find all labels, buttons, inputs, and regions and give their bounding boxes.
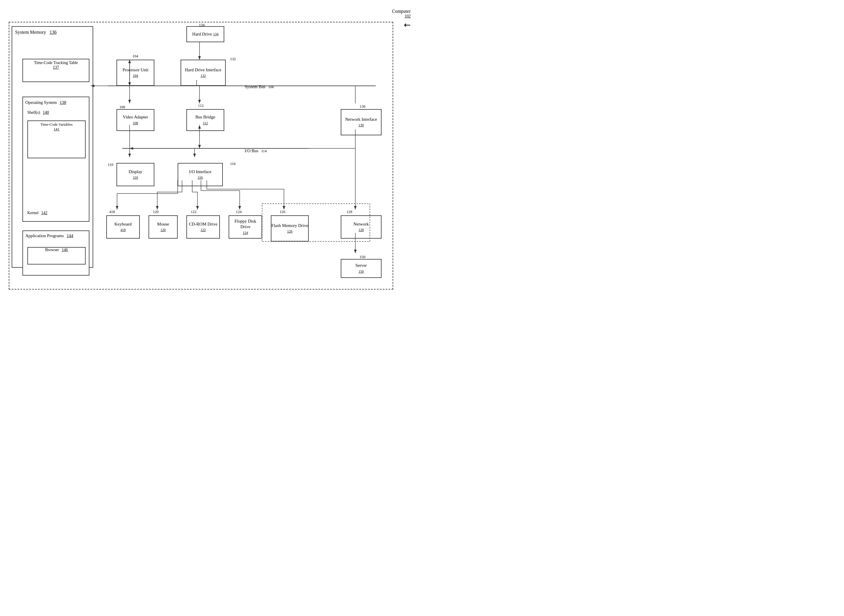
hard-drive-ref: 134 bbox=[199, 23, 205, 27]
computer-text: Computer bbox=[392, 9, 411, 14]
time-code-variables-box: Time-Code Variables 141 bbox=[27, 120, 85, 158]
computer-ref: 102 bbox=[392, 14, 411, 19]
hdi-ref-label: 132 bbox=[230, 57, 236, 62]
system-bus-label: System Bus 106 bbox=[245, 84, 274, 89]
hard-drive-box: Hard Drive 134 bbox=[187, 26, 224, 42]
app-programs-box: Application Programs 144 Browser 146 bbox=[22, 230, 90, 276]
network-ref-label: 128 bbox=[347, 210, 352, 214]
cdrom-box: CD-ROM Drive 122 bbox=[187, 215, 220, 239]
mouse-box: Mouse 120 bbox=[149, 215, 178, 239]
flash-ref-label: 126 bbox=[279, 210, 285, 214]
kernel-label: Kernel 142 bbox=[27, 211, 47, 215]
app-programs-label: Application Programs 144 bbox=[25, 233, 73, 238]
system-memory-box: System Memory 136 Time-Code Tracking Tab… bbox=[12, 26, 93, 268]
floppy-box: Floppy Disk Drive 124 bbox=[229, 215, 262, 239]
computer-label: Computer 102 ↙ bbox=[392, 9, 411, 30]
server-box: Server 150 bbox=[341, 259, 382, 278]
time-code-tracking-box: Time-Code Tracking Table 137 bbox=[22, 59, 90, 82]
flash-memory-box: Flash Memory Drive 126 bbox=[271, 215, 309, 242]
mouse-ref-label: 120 bbox=[153, 210, 159, 214]
ni-ref-label: 130 bbox=[360, 104, 366, 109]
browser-box: Browser 146 bbox=[27, 247, 85, 264]
io-bus-label: I/O Bus 114 bbox=[245, 148, 267, 153]
io-ref-label: 116 bbox=[230, 161, 235, 166]
hard-drive-interface-box: Hard Drive Interface 132 bbox=[181, 60, 226, 86]
io-interface-box: I/O Interface 116 bbox=[178, 163, 223, 186]
bus-bridge-box: Bus Bridge 112 bbox=[187, 109, 224, 131]
operating-system-box: Operating System 138 Shell(s) 140 Time-C… bbox=[22, 97, 90, 222]
keyboard-ref-label: 418 bbox=[109, 210, 115, 214]
display-ref-label: 110 bbox=[108, 162, 113, 167]
floppy-ref-label: 124 bbox=[236, 210, 242, 214]
server-ref-label: 150 bbox=[360, 255, 366, 259]
system-bus-ref: 106 bbox=[268, 85, 274, 89]
system-memory-label: System Memory 136 bbox=[15, 30, 56, 35]
keyboard-box: Keyboard 418 bbox=[106, 215, 140, 239]
shells-label: Shell(s) 140 bbox=[27, 110, 49, 115]
network-interface-box: Network Interface 130 bbox=[341, 109, 382, 135]
video-adapter-box: Video Adapter 108 bbox=[116, 109, 154, 131]
io-bus-ref: 114 bbox=[261, 149, 267, 153]
cdrom-ref-label: 122 bbox=[191, 210, 197, 214]
bb-ref-label: 112 bbox=[198, 103, 204, 108]
display-box: Display 110 bbox=[116, 163, 154, 186]
processor-unit-box: Processor Unit 104 bbox=[116, 60, 154, 86]
network-box: Network 128 bbox=[341, 215, 382, 239]
va-ref-label: 108 bbox=[119, 105, 125, 109]
os-label: Operating System 138 bbox=[25, 100, 66, 105]
processor-ref-label: 104 bbox=[132, 54, 138, 59]
